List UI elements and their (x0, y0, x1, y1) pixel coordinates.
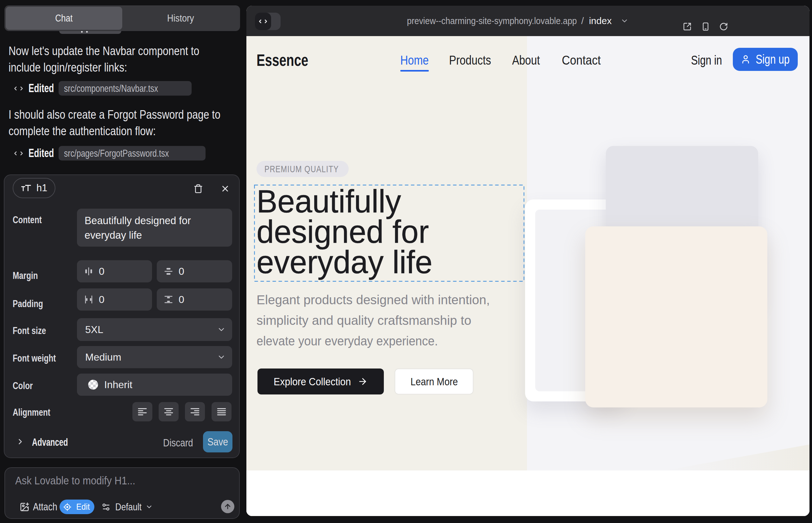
url-separator: / (581, 16, 584, 26)
send-button[interactable] (221, 500, 234, 513)
content-label: Content (13, 214, 42, 226)
padding-x-value: 0 (99, 294, 105, 306)
align-left-button[interactable] (133, 402, 152, 421)
save-button[interactable]: Save (203, 431, 232, 452)
margin-x-value: 0 (99, 266, 105, 277)
align-justify-button[interactable] (212, 402, 231, 421)
padding-y-value: 0 (179, 294, 184, 306)
next-section-background (246, 470, 810, 516)
padding-horizontal-icon (84, 295, 93, 304)
edit-mode-pill[interactable]: Edit (59, 500, 94, 514)
element-editor-panel: h1 Content Beautifully designed for ever… (4, 175, 240, 458)
chevron-down-icon (620, 17, 629, 25)
nav-link-about[interactable]: About (512, 53, 540, 68)
site-logo[interactable]: Essence (257, 51, 308, 70)
align-right-button[interactable] (185, 402, 205, 421)
tab-history[interactable]: History (122, 7, 239, 30)
edited-file-badge[interactable]: src/components/Navbar.tsx (58, 81, 192, 96)
peek-dot (86, 31, 88, 33)
transparency-swatch-icon (88, 380, 98, 390)
url-bar[interactable]: preview--charming-site-symphony.lovable.… (246, 6, 789, 36)
margin-horizontal-icon (84, 267, 93, 276)
margin-x-input[interactable]: 0 (77, 260, 152, 283)
margin-y-input[interactable]: 0 (157, 260, 232, 283)
content-value: Beautifully designed for everyday life (85, 213, 217, 242)
padding-vertical-icon (164, 295, 173, 304)
edited-file-path: src/components/Navbar.tsx (64, 83, 158, 94)
margin-vertical-icon (164, 267, 173, 276)
font-size-label: Font size (13, 325, 46, 337)
locate-icon (63, 503, 72, 511)
sign-up-button[interactable]: Sign up (733, 48, 798, 71)
align-center-button[interactable] (159, 402, 179, 421)
hero-paragraph-line: simplicity and quality craftsmanship to (257, 310, 490, 331)
nav-active-underline (400, 70, 429, 72)
hero-paragraph-line: Elegant products designed with intention… (257, 290, 490, 310)
url-host: preview--charming-site-symphony.lovable.… (407, 16, 577, 26)
edited-file-row-2[interactable]: Edited src/pages/ForgotPassword.tsx (14, 146, 206, 161)
selected-element-outline[interactable]: Beautifully designed for everyday life (254, 184, 525, 282)
mode-select[interactable]: Default (101, 500, 153, 514)
attach-button[interactable]: Attach (20, 500, 63, 514)
edited-file-badge[interactable]: src/pages/ForgotPassword.tsx (58, 146, 206, 161)
save-label: Save (208, 436, 228, 448)
chevron-right-icon (16, 437, 25, 446)
composer-placeholder[interactable]: Ask Lovable to modify H1... (15, 474, 135, 487)
typography-icon (21, 183, 32, 193)
close-editor-button[interactable] (220, 184, 230, 194)
learn-more-label: Learn More (410, 376, 458, 388)
element-tag-pill[interactable]: h1 (13, 178, 55, 198)
sign-in-link[interactable]: Sign in (691, 53, 722, 68)
padding-y-input[interactable]: 0 (157, 288, 232, 310)
element-tag-label: h1 (36, 182, 47, 194)
hero-heading[interactable]: Beautifully designed for everyday life (257, 186, 432, 277)
refresh-button[interactable] (719, 22, 728, 31)
code-icon (14, 149, 23, 158)
chat-message-2: I should also create a Forgot Password p… (8, 106, 261, 139)
explore-collection-label: Explore Collection (274, 376, 351, 388)
edited-file-row-1[interactable]: Edited src/components/Navbar.tsx (14, 81, 192, 96)
delete-element-button[interactable] (194, 184, 203, 194)
nav-link-home[interactable]: Home (400, 53, 429, 68)
explore-collection-button[interactable]: Explore Collection (258, 368, 384, 395)
edited-file-path: src/pages/ForgotPassword.tsx (64, 147, 169, 159)
preview-window: preview--charming-site-symphony.lovable.… (246, 6, 810, 516)
scrolled-badge-peek (59, 31, 121, 34)
mode-label: Default (115, 501, 142, 513)
learn-more-button[interactable]: Learn More (394, 368, 474, 395)
nav-link-contact[interactable]: Contact (562, 53, 601, 68)
peek-dot (81, 31, 83, 33)
chat-composer[interactable]: Ask Lovable to modify H1... Attach Edit … (4, 467, 240, 519)
tab-chat-label: Chat (55, 13, 72, 24)
font-weight-select[interactable]: Medium (77, 346, 232, 368)
chevron-down-icon (217, 325, 226, 334)
open-in-new-tab-button[interactable] (683, 22, 692, 31)
mobile-preview-button[interactable] (701, 22, 710, 31)
hero-heading-line: everyday life (257, 247, 432, 277)
chat-message-line: Now let's update the Navbar component to (8, 43, 199, 59)
advanced-toggle[interactable]: Advanced (32, 436, 68, 448)
discard-button[interactable]: Discard (163, 437, 193, 449)
chat-message-line: I should also create a Forgot Password p… (8, 106, 220, 123)
color-value: Inherit (104, 379, 133, 391)
image-plus-icon (20, 502, 30, 512)
margin-label: Margin (13, 270, 38, 282)
edited-label: Edited (29, 147, 54, 160)
content-textarea[interactable]: Beautifully designed for everyday life (77, 209, 232, 247)
chat-message-line: complete the authentication flow: (8, 123, 220, 139)
arrow-right-icon (357, 376, 368, 386)
tab-history-label: History (167, 13, 194, 24)
font-size-value: 5XL (85, 324, 103, 336)
nav-link-products[interactable]: Products (449, 53, 491, 68)
color-select[interactable]: Inherit (77, 374, 232, 396)
hero-heading-line: designed for (257, 217, 432, 247)
hero-paragraph-line: elevate your everyday experience. (257, 331, 474, 351)
tab-chat[interactable]: Chat (6, 7, 122, 30)
font-size-select[interactable]: 5XL (77, 318, 232, 341)
app: Chat History Now let's update the Navbar… (0, 0, 812, 523)
chat-message-line: include login/register links: (8, 59, 199, 76)
hero-paragraph: Elegant products designed with intention… (257, 290, 488, 351)
chevron-down-icon (217, 353, 226, 362)
padding-x-input[interactable]: 0 (77, 288, 152, 310)
user-icon (741, 54, 751, 64)
